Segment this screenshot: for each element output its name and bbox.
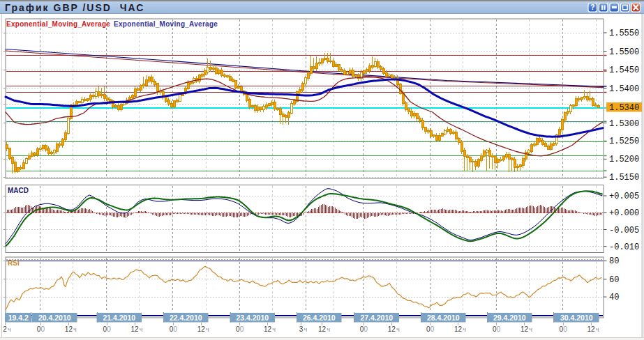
svg-text:60: 60 [609,275,619,285]
svg-text:MACD: MACD [8,187,29,194]
svg-text:12: 12 [388,325,396,333]
svg-text:ч: ч [304,326,308,333]
svg-text:12: 12 [318,325,327,333]
svg-text:Exponential_Moving_Average: Exponential_Moving_Average [114,20,218,28]
svg-text:1.5150: 1.5150 [609,173,639,183]
svg-text:ч: ч [396,326,400,333]
svg-text:12: 12 [131,325,140,333]
svg-text:0: 0 [41,325,45,333]
svg-text:20.4.2010: 20.4.2010 [38,314,71,322]
svg-text:0: 0 [364,325,368,333]
svg-text:1.5200: 1.5200 [609,155,639,164]
svg-text:1.5400: 1.5400 [609,84,639,94]
svg-text:40: 40 [609,293,619,302]
svg-text:26.4.2010: 26.4.2010 [303,314,336,322]
svg-text:?: ? [590,3,594,11]
svg-text:29.4.2010: 29.4.2010 [493,314,526,322]
svg-text:0: 0 [497,325,501,333]
svg-text:12: 12 [197,325,206,333]
svg-text:ч: ч [463,326,466,333]
svg-text:+0.005: +0.005 [609,192,639,201]
svg-text:80: 80 [609,256,619,266]
svg-text:12: 12 [65,325,73,333]
svg-text:0: 0 [430,325,435,333]
svg-text:1.5250: 1.5250 [609,137,639,146]
svg-text:30.4.2010: 30.4.2010 [560,314,593,322]
svg-text:12: 12 [454,325,463,333]
svg-text:График GBP /USD ЧАС: График GBP /USD ЧАС [5,2,144,13]
svg-text:ч: ч [327,326,330,333]
svg-text:23.4.2010: 23.4.2010 [236,314,269,322]
svg-text:0: 0 [563,325,567,333]
svg-text:ч: ч [272,326,276,333]
svg-text:ч: ч [596,326,599,333]
svg-text:ч: ч [73,326,77,333]
svg-text:21.4.2010: 21.4.2010 [103,314,135,322]
svg-text:1.5300: 1.5300 [609,119,639,129]
svg-text:Exponential_Moving_Average: Exponential_Moving_Average [6,20,110,28]
svg-text:1.5450: 1.5450 [609,65,639,75]
svg-text:-0.010: -0.010 [609,242,639,252]
svg-text:3: 3 [299,325,304,333]
svg-text:0: 0 [174,325,178,333]
svg-text:ч: ч [206,326,209,333]
svg-text:12: 12 [521,325,529,333]
svg-text:12: 12 [587,325,595,333]
svg-text:27.4.2010: 27.4.2010 [360,314,393,322]
svg-text:1.5500: 1.5500 [609,47,639,57]
svg-text:0: 0 [107,325,111,333]
svg-text:1.5550: 1.5550 [609,29,639,38]
svg-text:19.4.2: 19.4.2 [8,314,29,322]
svg-text:12: 12 [264,325,272,333]
svg-text:+0.000: +0.000 [609,208,639,218]
svg-text:ч: ч [8,326,11,333]
svg-text:2: 2 [3,325,7,333]
svg-text:RSI: RSI [8,259,20,267]
svg-text:ч: ч [140,326,143,333]
svg-text:-0.005: -0.005 [609,226,639,235]
svg-text:22.4.2010: 22.4.2010 [170,314,202,322]
svg-text:ч: ч [529,326,532,333]
svg-text:1.5340: 1.5340 [609,103,639,113]
svg-text:28.4.2010: 28.4.2010 [427,314,460,322]
svg-text:0: 0 [240,325,244,333]
